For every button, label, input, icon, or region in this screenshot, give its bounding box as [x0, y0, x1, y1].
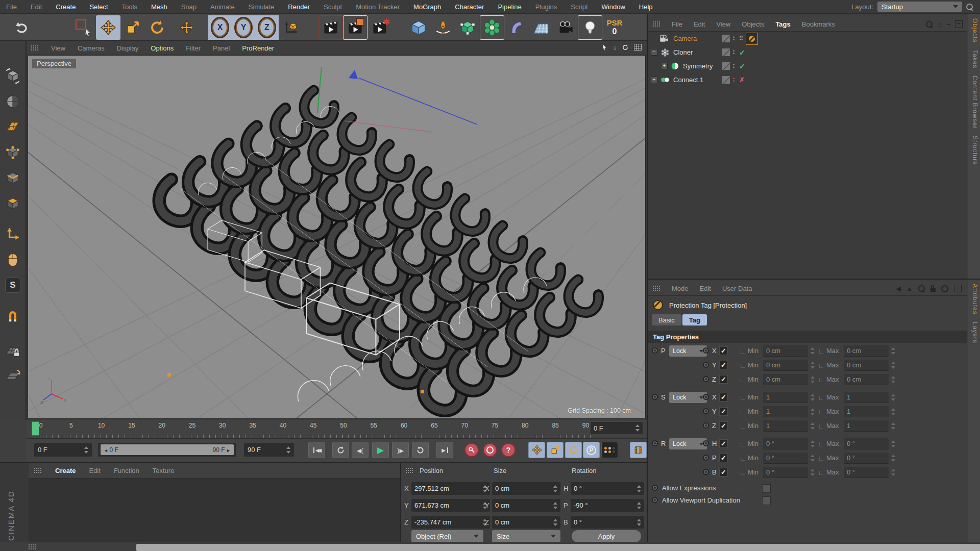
- render-dots-icon[interactable]: ⠿: [739, 35, 743, 42]
- coordinate-mode-dropdown[interactable]: Object (Rel): [411, 530, 483, 542]
- sync-icon[interactable]: [622, 44, 629, 51]
- tab-content-browser[interactable]: Content Browser: [971, 76, 978, 129]
- key-scale-toggle[interactable]: [547, 442, 564, 458]
- render-settings-button[interactable]: ✱: [368, 15, 392, 40]
- layer-color-chip[interactable]: [722, 48, 730, 56]
- menu-tools[interactable]: Tools: [122, 3, 137, 11]
- min-field[interactable]: 0 cm: [763, 360, 808, 371]
- apply-button[interactable]: Apply: [572, 530, 641, 542]
- anim-dot[interactable]: [652, 497, 658, 503]
- go-to-end-button[interactable]: ▶: [436, 442, 453, 458]
- material-menu-edit[interactable]: Edit: [89, 467, 100, 474]
- object-name[interactable]: Connect.1: [673, 76, 703, 84]
- panel-grip-icon[interactable]: [34, 467, 42, 474]
- anim-dot[interactable]: [703, 347, 709, 354]
- tab-attributes[interactable]: Attributes: [971, 284, 978, 315]
- om-menu-objects[interactable]: Objects: [742, 20, 764, 28]
- menu-simulate[interactable]: Simulate: [249, 3, 275, 11]
- autokey-button[interactable]: [483, 443, 497, 457]
- scale-tool[interactable]: [120, 15, 145, 40]
- axis-checkbox[interactable]: ✓: [719, 439, 728, 448]
- move-tool[interactable]: [96, 15, 120, 40]
- stepper-icon[interactable]: [810, 394, 815, 401]
- allow-expressions-checkbox[interactable]: [762, 484, 771, 493]
- timeline-window-button[interactable]: [630, 442, 647, 458]
- menu-help[interactable]: Help: [639, 3, 653, 11]
- viewport-menu-options[interactable]: Options: [151, 44, 174, 52]
- material-menu-texture[interactable]: Texture: [153, 467, 175, 474]
- expand-icon[interactable]: +: [955, 20, 963, 28]
- layer-color-chip[interactable]: [722, 35, 730, 42]
- expand-icon[interactable]: +: [661, 63, 668, 69]
- menu-script[interactable]: Script: [571, 3, 587, 11]
- anim-dot[interactable]: [652, 347, 658, 354]
- max-field[interactable]: 0 cm: [844, 374, 889, 385]
- new-panel-icon[interactable]: +: [954, 285, 962, 292]
- enable-axis-icon[interactable]: [3, 224, 23, 244]
- size-x-field[interactable]: 0 cm: [492, 482, 560, 495]
- stepper-icon[interactable]: [810, 408, 815, 415]
- menu-pipeline[interactable]: Pipeline: [498, 3, 521, 11]
- history-back-icon[interactable]: ◀: [896, 285, 901, 292]
- min-field[interactable]: 1: [763, 420, 808, 432]
- stepper-icon[interactable]: [891, 469, 895, 476]
- timeline-ruler[interactable]: 051015202530354045505560657075808590 0 F: [27, 420, 647, 439]
- next-frame-button[interactable]: )▶: [392, 442, 409, 458]
- am-menu-userdata[interactable]: User Data: [722, 285, 752, 292]
- anim-dot[interactable]: [703, 376, 709, 382]
- tab-tag[interactable]: Tag: [682, 314, 707, 325]
- search-icon[interactable]: [966, 4, 973, 10]
- polygons-mode-icon[interactable]: [3, 193, 23, 214]
- axis-checkbox[interactable]: ✓: [719, 468, 728, 477]
- size-y-field[interactable]: 0 cm: [492, 499, 560, 512]
- pointer-icon[interactable]: [601, 43, 608, 51]
- menu-character[interactable]: Character: [455, 3, 484, 11]
- lock-dropdown[interactable]: Lock: [669, 345, 707, 357]
- panel-grip-icon[interactable]: [652, 21, 660, 28]
- make-editable-icon[interactable]: [3, 66, 23, 86]
- om-menu-tags[interactable]: Tags: [775, 20, 790, 28]
- min-field[interactable]: 0 °: [763, 438, 808, 449]
- play-backwards-button[interactable]: [332, 442, 349, 458]
- edges-mode-icon[interactable]: [3, 168, 23, 188]
- timeline-frame-field[interactable]: 0 F: [591, 422, 643, 434]
- om-menu-view[interactable]: View: [716, 20, 730, 28]
- record-keyframe-button[interactable]: [464, 443, 479, 457]
- points-mode-icon[interactable]: [3, 142, 23, 163]
- viewport-menu-display[interactable]: Display: [117, 44, 139, 52]
- axis-checkbox[interactable]: ✓: [719, 407, 728, 416]
- layer-color-chip[interactable]: [722, 62, 730, 70]
- panel-layout-icon[interactable]: [634, 44, 642, 51]
- panel-grip-icon[interactable]: [405, 467, 413, 474]
- spline-pen-button[interactable]: [431, 15, 455, 40]
- key-rotation-toggle[interactable]: [565, 442, 582, 458]
- menu-mograph[interactable]: MoGraph: [413, 3, 441, 11]
- anim-dot[interactable]: [703, 440, 709, 446]
- tab-takes[interactable]: Takes: [971, 50, 978, 68]
- enabled-check-icon[interactable]: ✓: [739, 48, 745, 57]
- panel-grip-icon[interactable]: [28, 544, 36, 550]
- redo-button[interactable]: [34, 15, 58, 40]
- menu-file[interactable]: File: [6, 3, 17, 11]
- visibility-dots-icon[interactable]: ••: [733, 36, 736, 41]
- section-header[interactable]: Tag Properties: [648, 331, 967, 343]
- max-field[interactable]: 0 °: [844, 453, 889, 464]
- om-menu-edit[interactable]: Edit: [694, 20, 705, 28]
- stepper-icon[interactable]: [891, 362, 895, 369]
- stepper-icon[interactable]: [636, 485, 641, 492]
- material-menu-function[interactable]: Function: [114, 467, 139, 474]
- key-parameter-toggle[interactable]: P: [583, 442, 600, 458]
- om-menu-bookmarks[interactable]: Bookmarks: [802, 20, 835, 28]
- anim-dot[interactable]: [703, 362, 709, 368]
- visibility-dots-icon[interactable]: ••: [733, 50, 736, 55]
- primitive-cube-button[interactable]: [406, 15, 431, 40]
- min-field[interactable]: 1: [763, 392, 808, 403]
- menu-render[interactable]: Render: [288, 3, 310, 11]
- axis-checkbox[interactable]: ✓: [719, 393, 728, 402]
- key-pla-toggle[interactable]: [601, 442, 618, 458]
- am-menu-edit[interactable]: Edit: [700, 285, 711, 292]
- min-field[interactable]: 0 °: [763, 467, 808, 478]
- visibility-dots-icon[interactable]: ••: [733, 64, 736, 69]
- tab-objects[interactable]: Objects: [971, 18, 978, 43]
- disabled-dots-icon[interactable]: ••: [733, 78, 736, 83]
